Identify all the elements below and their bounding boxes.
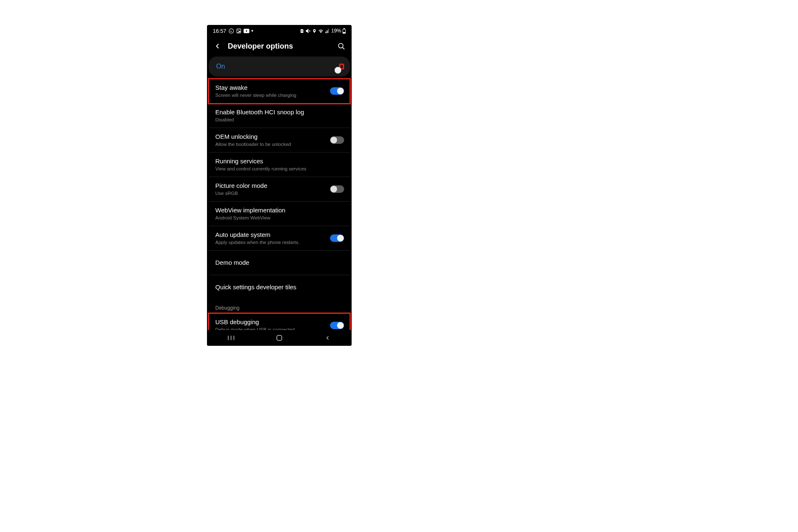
recents-button[interactable] [227,333,236,342]
row-oem-unlock[interactable]: OEM unlocking Allow the bootloader to be… [209,128,350,153]
row-title: USB debugging [215,318,330,326]
toggle-picture-color[interactable] [330,185,344,193]
settings-list: Stay awake Screen will never sleep while… [207,79,352,337]
battery-saver-icon [300,28,304,34]
status-right: 19% [300,28,346,34]
youtube-icon [244,29,249,33]
signal-icon [325,29,330,33]
row-subtitle: Allow the bootloader to be unlocked [215,141,330,148]
page-title: Developer options [228,42,331,51]
row-title: OEM unlocking [215,133,330,141]
toggle-usb-debugging[interactable] [330,322,344,329]
section-debugging: Debugging [209,299,350,313]
app-header: Developer options [207,37,352,56]
whatsapp-icon [229,28,234,34]
row-title: Quick settings developer tiles [215,283,344,291]
row-bt-hci[interactable]: Enable Bluetooth HCI snoop log Disabled [209,103,350,128]
svg-rect-6 [343,32,345,33]
row-title: Enable Bluetooth HCI snoop log [215,108,344,116]
back-nav-button[interactable] [323,333,332,342]
toggle-auto-update[interactable] [330,234,344,242]
toggle-oem-unlock[interactable] [330,136,344,144]
phone-frame: 16:57 • 19% Developer options On [207,25,352,346]
home-button[interactable] [275,333,284,342]
toggle-stay-awake[interactable] [330,87,344,95]
search-button[interactable] [337,42,346,51]
row-subtitle: Apply updates when the phone restarts. [215,239,330,246]
battery-icon [342,28,346,34]
image-icon [236,28,241,34]
navigation-bar [207,330,352,346]
svg-point-0 [229,29,234,33]
row-demo-mode[interactable]: Demo mode [209,251,350,275]
svg-point-2 [237,30,238,30]
row-title: Stay awake [215,84,330,92]
row-picture-color[interactable]: Picture color mode Use sRGB [209,177,350,202]
status-left: 16:57 • [213,28,253,34]
battery-percent: 19% [331,28,341,34]
status-bar: 16:57 • 19% [207,25,352,37]
svg-line-8 [342,47,344,49]
mute-icon [305,28,311,34]
row-title: WebView implementation [215,206,344,214]
row-title: Auto update system [215,231,330,239]
master-toggle-label: On [216,63,225,70]
row-subtitle: View and control currently running servi… [215,166,344,172]
master-toggle-row[interactable]: On [209,57,350,76]
row-subtitle: Android System WebView [215,215,344,221]
highlight-box [339,64,344,69]
svg-rect-12 [277,335,282,340]
row-title: Running services [215,157,344,165]
row-subtitle: Use sRGB [215,190,330,197]
row-title: Picture color mode [215,182,330,190]
row-webview[interactable]: WebView implementation Android System We… [209,202,350,226]
status-time: 16:57 [213,28,227,34]
location-icon [312,28,317,34]
row-quick-tiles[interactable]: Quick settings developer tiles [209,275,350,299]
row-auto-update[interactable]: Auto update system Apply updates when th… [209,226,350,251]
row-subtitle: Disabled [215,117,344,123]
more-icon: • [251,28,254,34]
svg-point-7 [338,43,343,48]
wifi-icon [318,29,324,33]
row-subtitle: Screen will never sleep while charging [215,92,330,99]
svg-rect-5 [344,28,345,29]
back-button[interactable] [213,42,222,51]
row-title: Demo mode [215,259,344,267]
row-running-services[interactable]: Running services View and control curren… [209,153,350,177]
row-stay-awake[interactable]: Stay awake Screen will never sleep while… [209,79,350,103]
